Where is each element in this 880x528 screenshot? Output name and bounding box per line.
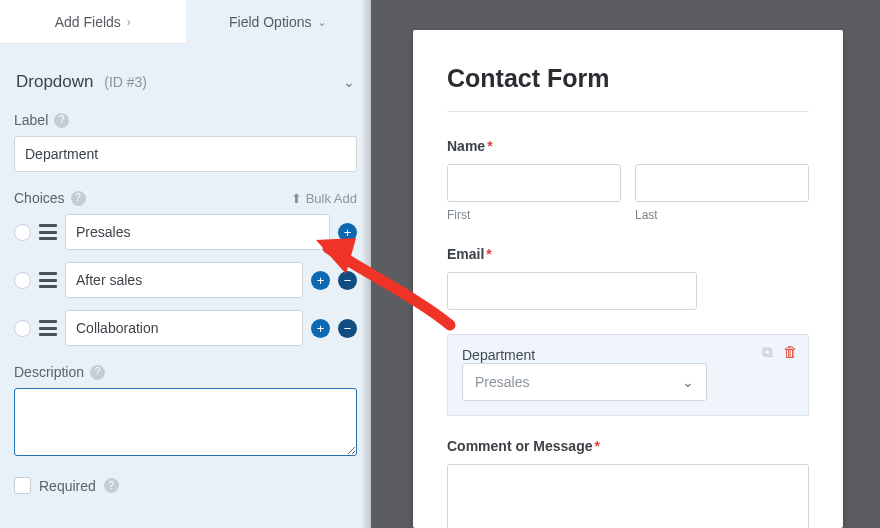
section-title-text: Dropdown	[16, 72, 94, 91]
preview-field-email: Email*	[447, 246, 809, 310]
description-field-label: Description	[14, 364, 84, 380]
section-title: Dropdown (ID #3)	[16, 72, 147, 92]
form-title: Contact Form	[447, 64, 809, 93]
help-icon[interactable]: ?	[54, 113, 69, 128]
preview-email-label: Email	[447, 246, 484, 262]
choice-input[interactable]	[65, 214, 330, 250]
drag-handle-icon[interactable]	[39, 272, 57, 288]
preview-comment-label: Comment or Message	[447, 438, 592, 454]
editor-tabs: Add Fields › Field Options ⌄	[0, 0, 371, 44]
chevron-down-icon[interactable]: ⌄	[343, 74, 355, 90]
add-choice-button[interactable]: +	[311, 319, 330, 338]
chevron-down-icon: ⌄	[682, 374, 694, 390]
bulk-add-label: Bulk Add	[306, 191, 357, 206]
last-name-sublabel: Last	[635, 208, 809, 222]
divider	[447, 111, 809, 112]
preview-area: Contact Form Name* First Last	[413, 0, 880, 528]
choice-input[interactable]	[65, 310, 303, 346]
remove-choice-button[interactable]: −	[338, 319, 357, 338]
section-header[interactable]: Dropdown (ID #3) ⌄	[14, 66, 357, 112]
required-star-icon: *	[486, 246, 491, 262]
department-select[interactable]: Presales ⌄	[462, 363, 707, 401]
required-row: Required ?	[14, 477, 357, 494]
label-field-label: Label	[14, 112, 48, 128]
choice-default-radio[interactable]	[14, 272, 31, 289]
required-star-icon: *	[594, 438, 599, 454]
drag-handle-icon[interactable]	[39, 224, 57, 240]
preview-card: Contact Form Name* First Last	[413, 30, 843, 528]
choices-list: + + − + −	[14, 214, 357, 346]
trash-icon[interactable]: 🗑	[783, 343, 798, 361]
choices-block: Choices ? ⬆ Bulk Add +	[14, 190, 357, 346]
gutter	[371, 0, 413, 528]
label-block: Label ?	[14, 112, 357, 172]
tab-field-options-label: Field Options	[229, 14, 311, 30]
add-choice-button[interactable]: +	[311, 271, 330, 290]
chevron-down-icon: ⌄	[317, 15, 327, 29]
department-selected-value: Presales	[475, 374, 529, 390]
help-icon[interactable]: ?	[90, 365, 105, 380]
preview-field-department-selected[interactable]: ⧉ 🗑 Department Presales ⌄	[447, 334, 809, 416]
choice-default-radio[interactable]	[14, 320, 31, 337]
help-icon[interactable]: ?	[71, 191, 86, 206]
choice-default-radio[interactable]	[14, 224, 31, 241]
drag-handle-icon[interactable]	[39, 320, 57, 336]
label-input[interactable]	[14, 136, 357, 172]
remove-choice-button[interactable]: −	[338, 271, 357, 290]
bulk-add-button[interactable]: ⬆ Bulk Add	[291, 191, 357, 206]
tab-field-options[interactable]: Field Options ⌄	[186, 0, 372, 44]
choices-field-label: Choices	[14, 190, 65, 206]
tab-add-fields[interactable]: Add Fields ›	[0, 0, 186, 44]
first-name-input[interactable]	[447, 164, 621, 202]
section-id-note: (ID #3)	[104, 74, 147, 90]
last-name-input[interactable]	[635, 164, 809, 202]
required-checkbox[interactable]	[14, 477, 31, 494]
upload-icon: ⬆	[291, 191, 302, 206]
description-textarea[interactable]	[14, 388, 357, 456]
preview-field-comment: Comment or Message*	[447, 438, 809, 528]
preview-field-name: Name* First Last	[447, 138, 809, 222]
preview-name-label: Name	[447, 138, 485, 154]
editor-panel: Add Fields › Field Options ⌄ Dropdown (I…	[0, 0, 371, 528]
first-name-sublabel: First	[447, 208, 621, 222]
choice-row: + −	[14, 262, 357, 298]
choice-row: +	[14, 214, 357, 250]
choice-input[interactable]	[65, 262, 303, 298]
comment-textarea[interactable]	[447, 464, 809, 528]
choice-row: + −	[14, 310, 357, 346]
preview-department-label: Department	[462, 347, 794, 363]
add-choice-button[interactable]: +	[338, 223, 357, 242]
tab-add-fields-label: Add Fields	[55, 14, 121, 30]
field-options-body: Dropdown (ID #3) ⌄ Label ? Choices ?	[0, 44, 371, 508]
description-block: Description ?	[14, 364, 357, 459]
required-label: Required	[39, 478, 96, 494]
required-star-icon: *	[487, 138, 492, 154]
email-input[interactable]	[447, 272, 697, 310]
chevron-right-icon: ›	[127, 15, 131, 29]
copy-icon[interactable]: ⧉	[762, 343, 773, 361]
help-icon[interactable]: ?	[104, 478, 119, 493]
